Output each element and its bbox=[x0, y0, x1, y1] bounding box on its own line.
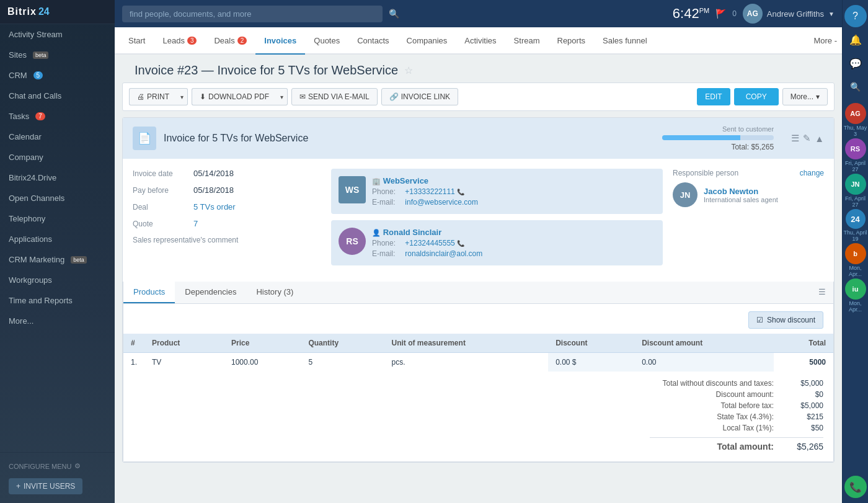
sidebar-item-chat-and-calls[interactable]: Chat and Calls bbox=[0, 86, 115, 106]
tab-companies[interactable]: Companies bbox=[398, 27, 456, 54]
company-name[interactable]: 🏢 WebService bbox=[372, 176, 655, 185]
more-button[interactable]: More... ▾ bbox=[782, 88, 828, 105]
deal-value[interactable]: 5 TVs order bbox=[193, 202, 236, 211]
sidebar-item-company[interactable]: Company bbox=[0, 147, 115, 167]
sidebar-item-time-and-reports[interactable]: Time and Reports bbox=[0, 290, 115, 311]
edit-button[interactable]: EDIT bbox=[697, 88, 730, 105]
local-tax-value: $50 bbox=[786, 424, 823, 432]
contact-phone-value[interactable]: +12324445555 bbox=[405, 239, 454, 247]
print-dropdown[interactable]: ▾ bbox=[177, 88, 188, 105]
tab-leads[interactable]: Leads 3 bbox=[154, 27, 205, 54]
company-email: E-mail: info@webservice.com bbox=[372, 198, 655, 207]
avatar-6[interactable]: iu bbox=[845, 278, 866, 300]
row-total: 5000 bbox=[774, 353, 833, 372]
invoice-link-label: INVOICE LINK bbox=[401, 92, 450, 101]
avatar: AG bbox=[743, 4, 763, 24]
avatar-2[interactable]: RS bbox=[845, 138, 866, 159]
row-discount-amount: 0.00 bbox=[634, 353, 774, 372]
total-amount-value: $5,265 bbox=[786, 442, 823, 452]
deals-badge: 2 bbox=[237, 37, 247, 45]
sidebar-item-workgroups[interactable]: Workgroups bbox=[0, 270, 115, 290]
tab-deals[interactable]: Deals 2 bbox=[205, 27, 255, 54]
sidebar-item-open-channels[interactable]: Open Channels bbox=[0, 188, 115, 208]
sidebar-item-label: Activity Stream bbox=[9, 30, 63, 39]
num-badge[interactable]: 24 bbox=[846, 209, 866, 229]
tab-stream[interactable]: Stream bbox=[505, 27, 549, 54]
sidebar-item-crm-marketing[interactable]: CRM Marketing beta bbox=[0, 249, 115, 270]
main-area: 🔍 6:42PM 🚩 0 AG Andrew Griffiths ▼ Start… bbox=[115, 0, 842, 503]
before-tax-value: $5,000 bbox=[786, 401, 823, 410]
sidebar-item-calendar[interactable]: Calendar bbox=[0, 127, 115, 147]
download-dropdown[interactable]: ▾ bbox=[277, 88, 288, 105]
tab-products[interactable]: Products bbox=[123, 282, 175, 303]
tab-dependencies[interactable]: Dependencies bbox=[175, 282, 246, 303]
help-icon[interactable]: ? bbox=[844, 5, 867, 27]
sidebar-item-telephony[interactable]: Telephony bbox=[0, 208, 115, 229]
invite-users-button[interactable]: + INVITE USERS bbox=[9, 478, 82, 494]
list-view-button[interactable]: ☰ bbox=[791, 133, 799, 144]
download-pdf-button[interactable]: ⬇ DOWNLOAD PDF bbox=[192, 88, 277, 105]
configure-menu[interactable]: CONFIGURE MENU ⚙ bbox=[0, 458, 115, 474]
support-icon[interactable]: 💬 bbox=[844, 52, 867, 74]
star-icon[interactable]: ☆ bbox=[404, 65, 413, 76]
sidebar-item-activity-stream[interactable]: Activity Stream bbox=[0, 24, 115, 45]
sidebar-item-sites[interactable]: Sites beta bbox=[0, 45, 115, 65]
copy-button[interactable]: COPY bbox=[734, 88, 779, 105]
sidebar-item-label: More... bbox=[9, 316, 33, 326]
tab-contacts[interactable]: Contacts bbox=[348, 27, 397, 54]
contact-name[interactable]: 👤 Ronald Sinclair bbox=[372, 228, 655, 237]
building-icon: 🏢 bbox=[372, 177, 381, 185]
collapse-button[interactable]: ▲ bbox=[815, 133, 824, 144]
toolbar-right: EDIT COPY More... ▾ bbox=[697, 88, 828, 105]
sidebar-item-label: Telephony bbox=[9, 214, 45, 223]
quote-value[interactable]: 7 bbox=[193, 219, 198, 228]
sidebar-item-more[interactable]: More... bbox=[0, 311, 115, 331]
tab-activities[interactable]: Activities bbox=[456, 27, 505, 54]
invoice-title: Invoice for 5 TVs for WebService bbox=[164, 133, 308, 144]
tab-quotes[interactable]: Quotes bbox=[305, 27, 348, 54]
company-email-value[interactable]: info@webservice.com bbox=[405, 198, 478, 207]
time-value: 6:42 bbox=[673, 6, 699, 21]
tab-reports[interactable]: Reports bbox=[549, 27, 595, 54]
contact-phone-label: Phone: bbox=[372, 239, 403, 247]
show-discount-row: ☑ Show discount bbox=[123, 311, 833, 334]
row-unit: pcs. bbox=[384, 353, 549, 372]
avatar-3[interactable]: JN bbox=[845, 174, 866, 195]
send-email-button[interactable]: ✉ SEND VIA E-MAIL bbox=[291, 88, 378, 105]
nav-tabs: Start Leads 3 Deals 2 Invoices Quotes Co… bbox=[115, 27, 842, 55]
tab-history[interactable]: History (3) bbox=[246, 282, 303, 303]
search-input[interactable] bbox=[122, 6, 383, 22]
phone-call-icon[interactable]: 📞 bbox=[844, 476, 867, 498]
sidebar-item-applications[interactable]: Applications bbox=[0, 229, 115, 249]
sidebar-item-bitrix24-drive[interactable]: Bitrix24.Drive bbox=[0, 167, 115, 188]
company-phone-value[interactable]: +13333222111 bbox=[405, 187, 454, 196]
print-button[interactable]: 🖨 PRINT bbox=[129, 88, 177, 105]
tab-invoices[interactable]: Invoices bbox=[255, 27, 305, 55]
avatar-1[interactable]: AG bbox=[845, 103, 866, 124]
table-settings-icon[interactable]: ☰ bbox=[811, 282, 833, 303]
invoice-link-button[interactable]: 🔗 INVOICE LINK bbox=[381, 88, 458, 105]
topbar-user[interactable]: AG Andrew Griffiths ▼ bbox=[743, 4, 835, 24]
show-discount-label: Show discount bbox=[767, 316, 815, 324]
company-phone-label: Phone: bbox=[372, 187, 403, 196]
edit-view-button[interactable]: ✎ bbox=[803, 133, 811, 144]
download-icon: ⬇ bbox=[200, 92, 206, 101]
sidebar-item-label: CRM Marketing bbox=[9, 255, 64, 264]
show-discount-button[interactable]: ☑ Show discount bbox=[748, 311, 823, 329]
tab-start[interactable]: Start bbox=[120, 27, 154, 54]
notification-icon[interactable]: 🔔 bbox=[844, 29, 867, 51]
tab-activities-label: Activities bbox=[464, 36, 496, 45]
contact-avatar: RS bbox=[339, 228, 366, 255]
contact-email-value[interactable]: ronaldsinclair@aol.com bbox=[405, 249, 482, 258]
responsible-name[interactable]: Jacob Newton bbox=[704, 187, 778, 196]
phone-icon: 📞 bbox=[457, 189, 464, 195]
company-info: 🏢 WebService Phone: +13333222111 📞 E-ma bbox=[372, 176, 655, 207]
avatar-5[interactable]: b bbox=[845, 243, 866, 264]
sidebar-item-crm[interactable]: CRM 5 bbox=[0, 65, 115, 86]
sidebar-item-tasks[interactable]: Tasks 7 bbox=[0, 106, 115, 127]
nav-more[interactable]: More - bbox=[813, 36, 837, 45]
search-icon[interactable]: 🔍 bbox=[844, 76, 867, 98]
tab-sales-funnel[interactable]: Sales funnel bbox=[594, 27, 656, 54]
responsible-change[interactable]: change bbox=[800, 169, 824, 177]
leads-badge: 3 bbox=[187, 37, 197, 45]
